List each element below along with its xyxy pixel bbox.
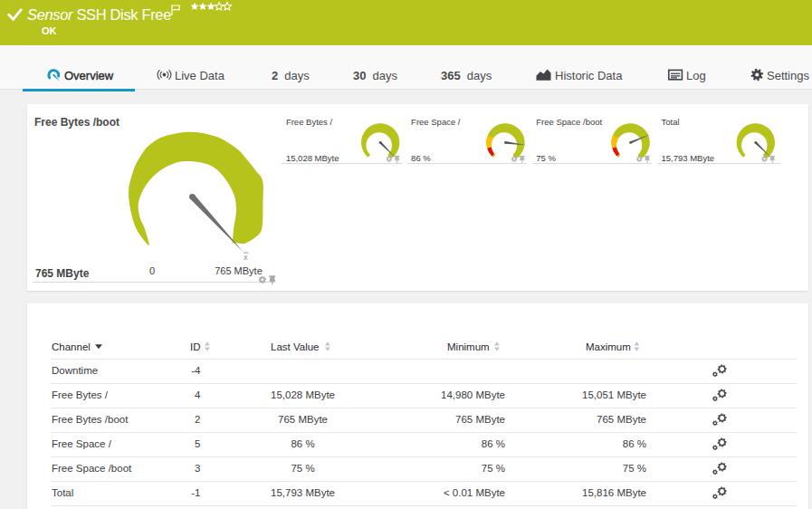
svg-text:x: x bbox=[244, 253, 248, 262]
